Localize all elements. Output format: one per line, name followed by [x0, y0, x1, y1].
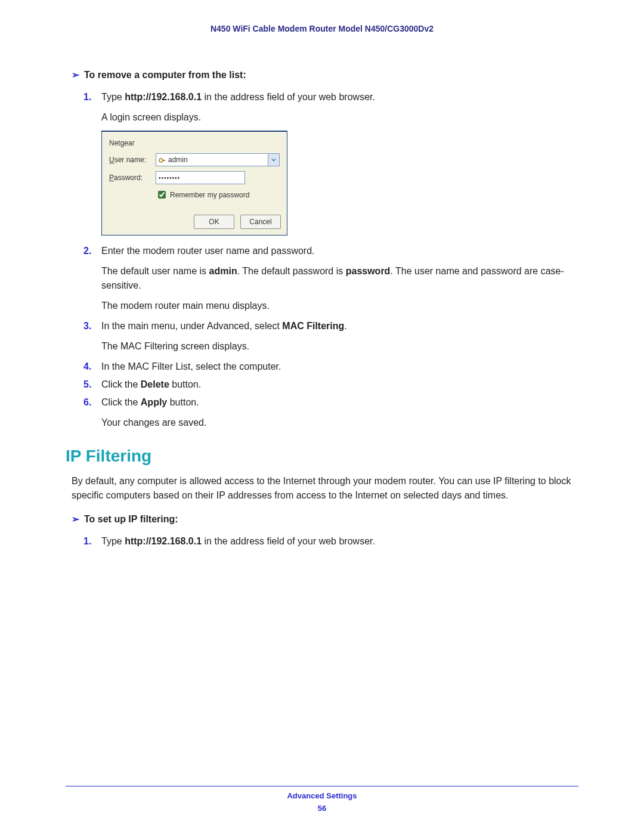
- step-extra: The default user name is admin. The defa…: [101, 264, 578, 293]
- username-combo[interactable]: admin: [156, 153, 280, 166]
- ok-button[interactable]: OK: [194, 215, 234, 229]
- footer-page-number: 56: [66, 803, 578, 815]
- step-text: Type: [101, 92, 125, 102]
- step-text: in the address field of your web browser…: [202, 92, 375, 102]
- step-number: 4.: [83, 360, 91, 374]
- step-1: 1. Type http://192.168.0.1 in the addres…: [83, 534, 578, 549]
- triangle-bullet-icon: ➢: [72, 514, 79, 524]
- page-footer: Advanced Settings 56: [66, 781, 578, 815]
- step-text: Click the: [101, 397, 141, 407]
- login-dialog: Netgear User name: admin: [101, 131, 287, 236]
- remember-checkbox[interactable]: [158, 191, 166, 199]
- password-label: Password:: [109, 172, 156, 183]
- username-value: admin: [168, 154, 188, 165]
- procedure-heading-ipfilter: ➢To set up IP filtering:: [72, 513, 578, 525]
- step-extra: Your changes are saved.: [101, 416, 578, 430]
- username-label: User name:: [109, 154, 156, 165]
- step-6: 6. Click the Apply button. Your changes …: [83, 395, 578, 430]
- step-text: Click the: [101, 379, 141, 389]
- section-paragraph: By default, any computer is allowed acce…: [72, 474, 572, 503]
- step-4: 4. In the MAC Filter List, select the co…: [83, 360, 578, 374]
- key-icon: [159, 156, 166, 163]
- step-text: in the address field of your web browser…: [202, 536, 375, 546]
- step-number: 5.: [83, 377, 91, 392]
- step-number: 2.: [83, 244, 91, 258]
- triangle-bullet-icon: ➢: [72, 70, 79, 80]
- procedure-heading-remove: ➢To remove a computer from the list:: [72, 69, 578, 80]
- step-bold: http://192.168.0.1: [125, 92, 202, 102]
- section-heading-ip-filtering: IP Filtering: [66, 447, 578, 466]
- step-extra: The MAC Filtering screen displays.: [101, 339, 578, 354]
- step-bold: Apply: [141, 397, 167, 407]
- step-text: Enter the modem router user name and pas…: [101, 246, 315, 256]
- remember-label: Remember my password: [170, 190, 249, 200]
- step-5: 5. Click the Delete button.: [83, 377, 578, 392]
- step-number: 1.: [83, 534, 91, 549]
- document-header: N450 WiFi Cable Modem Router Model N450/…: [66, 24, 578, 33]
- procedure-heading-text: To set up IP filtering:: [84, 514, 178, 524]
- step-bold: Delete: [141, 379, 169, 389]
- step-text: .: [344, 321, 346, 331]
- step-bold: http://192.168.0.1: [125, 536, 202, 546]
- cancel-button[interactable]: Cancel: [240, 215, 281, 229]
- step-2: 2. Enter the modem router user name and …: [83, 244, 578, 313]
- step-bold: MAC Filtering: [282, 321, 344, 331]
- step-1: 1. Type http://192.168.0.1 in the addres…: [83, 90, 578, 236]
- step-text: In the main menu, under Advanced, select: [101, 321, 282, 331]
- step-number: 1.: [83, 90, 91, 104]
- login-realm: Netgear: [109, 138, 135, 148]
- footer-section: Advanced Settings: [66, 790, 578, 803]
- procedure-heading-text: To remove a computer from the list:: [84, 70, 246, 80]
- password-input[interactable]: ••••••••: [156, 171, 245, 184]
- svg-rect-1: [162, 160, 165, 161]
- step-number: 3.: [83, 319, 91, 333]
- step-extra: The modem router main menu displays.: [101, 299, 578, 313]
- step-3: 3. In the main menu, under Advanced, sel…: [83, 319, 578, 354]
- step-text: button.: [167, 397, 199, 407]
- step-text: In the MAC Filter List, select the compu…: [101, 361, 281, 371]
- step-text: Type: [101, 536, 125, 546]
- step-extra: A login screen displays.: [101, 110, 578, 125]
- step-number: 6.: [83, 395, 91, 410]
- chevron-down-icon[interactable]: [268, 153, 280, 166]
- step-text: button.: [169, 379, 201, 389]
